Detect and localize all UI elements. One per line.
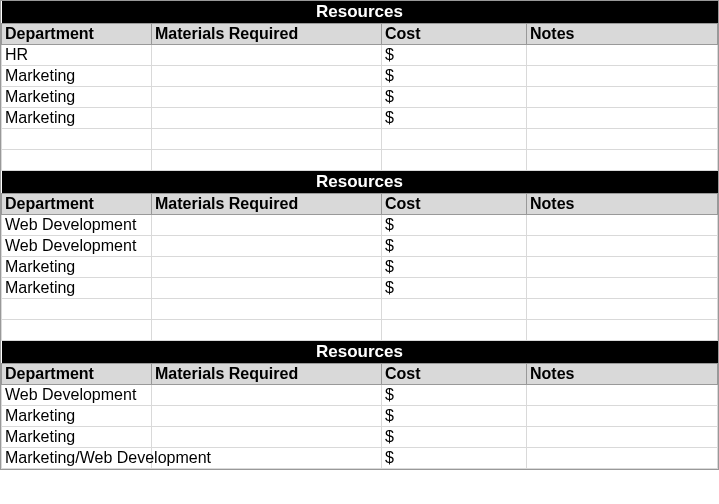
cell-blank[interactable] [152,129,382,150]
section-title: Resources [2,1,718,24]
cell-department[interactable]: Marketing [2,427,152,448]
cell-department[interactable]: Marketing [2,406,152,427]
col-department[interactable]: Department [2,364,152,385]
cell-notes[interactable] [527,87,718,108]
section-title: Resources [2,171,718,194]
cell-materials[interactable] [152,45,382,66]
spreadsheet-container: Resources Department Materials Required … [0,0,719,470]
col-department[interactable]: Department [2,194,152,215]
header-row: Department Materials Required Cost Notes [2,24,718,45]
cell-blank[interactable] [527,129,718,150]
table-row-blank [2,320,718,341]
col-cost[interactable]: Cost [382,364,527,385]
cell-materials[interactable] [152,257,382,278]
cell-materials[interactable] [152,215,382,236]
cell-department[interactable]: Marketing [2,87,152,108]
col-materials[interactable]: Materials Required [152,364,382,385]
cell-cost[interactable]: $ [382,108,527,129]
cell-notes[interactable] [527,66,718,87]
resources-table: Resources Department Materials Required … [1,1,718,469]
col-notes[interactable]: Notes [527,364,718,385]
cell-blank[interactable] [152,320,382,341]
table-row-blank [2,150,718,171]
col-cost[interactable]: Cost [382,24,527,45]
cell-materials[interactable] [152,66,382,87]
cell-blank[interactable] [527,150,718,171]
cell-materials[interactable] [152,427,382,448]
col-notes[interactable]: Notes [527,24,718,45]
section-title-row: Resources [2,1,718,24]
cell-notes[interactable] [527,448,718,469]
cell-notes[interactable] [527,278,718,299]
cell-blank[interactable] [2,299,152,320]
cell-blank[interactable] [382,320,527,341]
cell-notes[interactable] [527,427,718,448]
cell-department[interactable]: HR [2,45,152,66]
cell-department[interactable]: Web Development [2,385,152,406]
cell-cost[interactable]: $ [382,385,527,406]
cell-notes[interactable] [527,385,718,406]
table-row: Web Development $ [2,215,718,236]
cell-notes[interactable] [527,406,718,427]
cell-department[interactable]: Marketing [2,257,152,278]
cell-notes[interactable] [527,108,718,129]
table-row: HR $ [2,45,718,66]
cell-notes[interactable] [527,45,718,66]
cell-blank[interactable] [382,150,527,171]
cell-notes[interactable] [527,257,718,278]
cell-blank[interactable] [382,299,527,320]
cell-blank[interactable] [2,129,152,150]
cell-cost[interactable]: $ [382,45,527,66]
section-title-row: Resources [2,171,718,194]
section-title-row: Resources [2,341,718,364]
cell-blank[interactable] [152,150,382,171]
cell-materials[interactable] [152,278,382,299]
cell-cost[interactable]: $ [382,215,527,236]
col-department[interactable]: Department [2,24,152,45]
cell-department[interactable]: Web Development [2,215,152,236]
table-row: Marketing/Web Development $ [2,448,718,469]
cell-notes[interactable] [527,236,718,257]
cell-cost[interactable]: $ [382,87,527,108]
cell-cost[interactable]: $ [382,236,527,257]
table-row: Marketing $ [2,427,718,448]
table-row: Marketing $ [2,108,718,129]
col-cost[interactable]: Cost [382,194,527,215]
cell-blank[interactable] [2,150,152,171]
table-row: Web Development $ [2,236,718,257]
cell-blank[interactable] [152,299,382,320]
col-notes[interactable]: Notes [527,194,718,215]
cell-blank[interactable] [527,320,718,341]
cell-department[interactable]: Marketing [2,108,152,129]
cell-cost[interactable]: $ [382,448,527,469]
cell-materials[interactable] [152,385,382,406]
cell-department[interactable]: Marketing/Web Development [2,448,152,469]
cell-cost[interactable]: $ [382,278,527,299]
col-materials[interactable]: Materials Required [152,24,382,45]
cell-notes[interactable] [527,215,718,236]
section-title: Resources [2,341,718,364]
cell-department[interactable]: Web Development [2,236,152,257]
cell-blank[interactable] [527,299,718,320]
cell-cost[interactable]: $ [382,257,527,278]
table-row-blank [2,129,718,150]
table-row-blank [2,299,718,320]
cell-materials[interactable] [152,236,382,257]
cell-blank[interactable] [2,320,152,341]
cell-cost[interactable]: $ [382,427,527,448]
cell-cost[interactable]: $ [382,406,527,427]
cell-department[interactable]: Marketing [2,66,152,87]
table-row: Marketing $ [2,257,718,278]
header-row: Department Materials Required Cost Notes [2,364,718,385]
table-row: Marketing $ [2,66,718,87]
cell-materials[interactable] [152,87,382,108]
cell-cost[interactable]: $ [382,66,527,87]
table-row: Marketing $ [2,87,718,108]
cell-blank[interactable] [382,129,527,150]
col-materials[interactable]: Materials Required [152,194,382,215]
cell-materials[interactable] [152,108,382,129]
table-row: Web Development $ [2,385,718,406]
cell-materials[interactable] [152,406,382,427]
cell-department[interactable]: Marketing [2,278,152,299]
header-row: Department Materials Required Cost Notes [2,194,718,215]
